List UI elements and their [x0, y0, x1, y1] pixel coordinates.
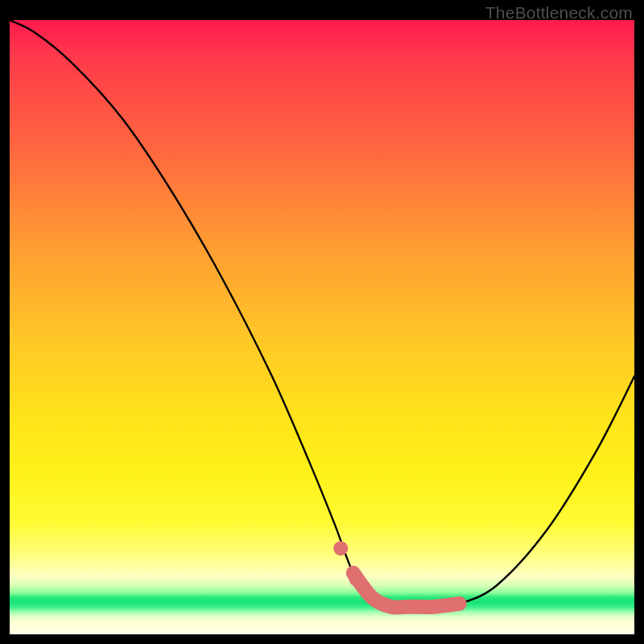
chart-gradient-background [10, 20, 634, 634]
chart-frame [10, 20, 634, 634]
watermark-text: TheBottleneck.com [485, 3, 633, 23]
